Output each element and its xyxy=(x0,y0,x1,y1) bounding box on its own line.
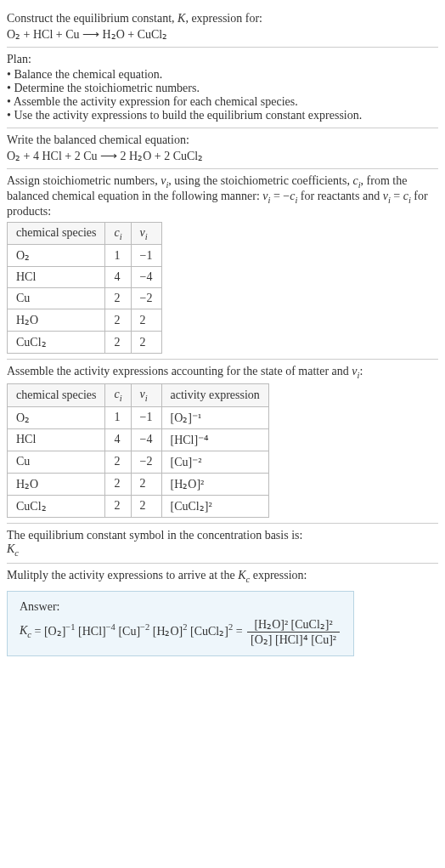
answer-box: Answer: Kc = [O₂]−1 [HCl]−4 [Cu]−2 [H₂O]… xyxy=(7,591,354,656)
table-row: O₂1−1 xyxy=(8,245,162,267)
col-ci: ci xyxy=(105,384,131,407)
answer-label: Answer: xyxy=(20,600,341,614)
col-species: chemical species xyxy=(8,384,105,407)
stoich-table: chemical species ci νi O₂1−1 HCl4−4 Cu2−… xyxy=(7,222,162,355)
plan-item: • Use the activity expressions to build … xyxy=(7,109,438,122)
assign-text: Assign stoichiometric numbers, νi, using… xyxy=(7,174,438,218)
plan-section: Plan: • Balance the chemical equation. •… xyxy=(7,48,438,128)
plan-title: Plan: xyxy=(7,53,438,66)
table-row: HCl4−4[HCl]⁻⁴ xyxy=(8,428,269,451)
table-row: HCl4−4 xyxy=(8,267,162,288)
balanced-equation: O₂ + 4 HCl + 2 Cu ⟶ 2 H₂O + 2 CuCl₂ xyxy=(7,149,438,163)
balanced-section: Write the balanced chemical equation: O₂… xyxy=(7,128,438,169)
table-row: O₂1−1[O₂]⁻¹ xyxy=(8,406,269,428)
answer-denominator: [O₂] [HCl]⁴ [Cu]² xyxy=(247,633,340,647)
symbol-section: The equilibrium constant symbol in the c… xyxy=(7,524,438,564)
table-row: Cu2−2[Cu]⁻² xyxy=(8,451,269,473)
intro-equation: O₂ + HCl + Cu ⟶ H₂O + CuCl₂ xyxy=(7,27,438,42)
plan-item: • Balance the chemical equation. xyxy=(7,68,438,82)
table-row: H₂O22[H₂O]² xyxy=(8,473,269,495)
col-activity: activity expression xyxy=(161,384,268,407)
multiply-section: Mulitply the activity expressions to arr… xyxy=(7,564,438,661)
col-ci: ci xyxy=(105,222,131,245)
intro-section: Construct the equilibrium constant, K, e… xyxy=(7,7,438,48)
activity-table: chemical species ci νi activity expressi… xyxy=(7,383,269,518)
table-row: H₂O22 xyxy=(8,309,162,332)
assemble-title: Assemble the activity expressions accoun… xyxy=(7,365,438,380)
table-header-row: chemical species ci νi xyxy=(8,222,162,245)
col-species: chemical species xyxy=(8,222,105,245)
table-header-row: chemical species ci νi activity expressi… xyxy=(8,384,269,407)
table-row: CuCl₂22 xyxy=(8,332,162,354)
kc-symbol: Kc xyxy=(7,542,438,558)
table-row: CuCl₂22[CuCl₂]² xyxy=(8,495,269,517)
col-vi: νi xyxy=(131,384,161,407)
plan-item: • Assemble the activity expression for e… xyxy=(7,95,438,109)
plan-item: • Determine the stoichiometric numbers. xyxy=(7,82,438,95)
answer-expression: Kc = [O₂]−1 [HCl]−4 [Cu]−2 [H₂O]2 [CuCl₂… xyxy=(20,617,341,647)
answer-numerator: [H₂O]² [CuCl₂]² xyxy=(247,617,340,633)
multiply-title: Mulitply the activity expressions to arr… xyxy=(7,569,438,584)
balanced-title: Write the balanced chemical equation: xyxy=(7,133,438,147)
symbol-line: The equilibrium constant symbol in the c… xyxy=(7,529,438,542)
assign-section: Assign stoichiometric numbers, νi, using… xyxy=(7,169,438,360)
intro-line: Construct the equilibrium constant, K, e… xyxy=(7,12,438,26)
assemble-section: Assemble the activity expressions accoun… xyxy=(7,360,438,524)
table-row: Cu2−2 xyxy=(8,288,162,309)
col-vi: νi xyxy=(131,222,161,245)
